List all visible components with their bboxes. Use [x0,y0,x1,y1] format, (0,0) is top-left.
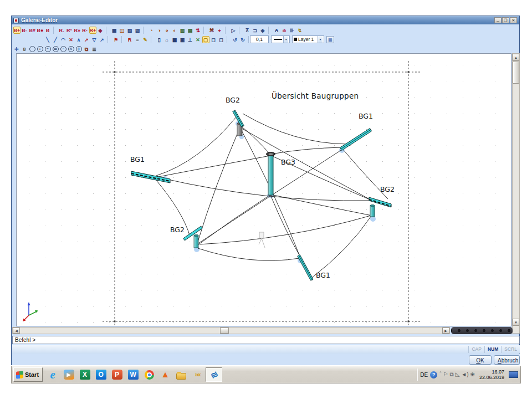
toolbar-icon[interactable]: R+ [89,27,96,34]
taskbar-app-ie[interactable]: e [45,367,60,382]
taskbar-app-word[interactable]: W [125,367,141,382]
start-button[interactable]: Start [13,367,43,382]
toolbar-icon[interactable]: ▣ [179,36,186,43]
toolbar-icon[interactable]: ✎ [142,36,149,43]
horizontal-scrollbar[interactable] [12,327,450,334]
scroll-right-icon[interactable] [442,328,449,334]
toolbar-icon[interactable]: ◻ [210,36,217,43]
toolbar-icon[interactable]: ▢ [202,36,209,43]
toolbar-icon[interactable]: ▯ [156,36,163,43]
taskbar-app-excel[interactable]: X [77,367,93,382]
layer-manager-icon[interactable]: ▦ [326,36,334,43]
layer-combo[interactable]: Layer 1 ▾ [292,35,324,43]
taskbar-app-powerpoint[interactable]: P [109,367,125,382]
tray-flag-icon[interactable]: ⚐ [443,371,448,378]
toolbar-icon[interactable]: ⊪ [289,27,296,34]
toolbar-icon[interactable]: ▯ [76,46,82,52]
toolbar-icon[interactable]: ╲ [44,36,52,43]
taskbar-app-galerie-editor[interactable]: ≋ [206,367,222,382]
toolbar-icon[interactable]: ∙ [60,46,66,52]
toolbar-icon[interactable]: ⊥ [187,36,194,43]
toolbar-icon[interactable]: ◐ [171,27,178,34]
toolbar-icon[interactable]: ◆ [97,27,104,34]
toolbar-icon[interactable]: − [45,46,51,52]
toolbar-icon[interactable]: R. [58,27,65,34]
toolbar-icon[interactable]: ⚑ [112,36,120,43]
toolbar-icon[interactable]: ≡ [134,36,141,43]
toolbar-icon[interactable]: ◑ [156,27,163,34]
toolbar-icon[interactable]: ≣ [91,45,98,53]
toolbar-icon[interactable]: ⌘ [208,27,216,34]
toolbar-icon[interactable]: ▽ [91,36,98,43]
toolbar-icon[interactable]: ✕ [68,36,75,43]
title-bar[interactable]: Galerie-Editor [12,16,519,24]
scroll-up-icon[interactable] [513,54,519,61]
toolbar-icon[interactable]: B# [29,27,36,34]
language-indicator[interactable]: DE [420,372,428,378]
toolbar-icon[interactable]: ◫ [119,27,126,34]
toolbar-icon[interactable]: ⌂ [163,36,171,43]
toolbar-icon[interactable]: B◦ [21,27,28,34]
toolbar-icon[interactable]: A [68,46,74,52]
toolbar-icon[interactable]: ◕ [163,27,171,34]
minimize-button[interactable] [494,17,502,23]
toolbar-icon[interactable]: ⇅ [195,27,202,34]
line-style-combo[interactable]: ▾ [271,35,290,43]
toolbar-icon[interactable]: ▦ [111,27,118,34]
toolbar-icon[interactable]: B+ [13,27,21,34]
toolbar-icon[interactable]: ▤ [187,27,194,34]
toolbar-icon[interactable]: R» [74,27,81,34]
toolbar-icon[interactable]: ▥ [179,27,186,34]
toolbar-icon[interactable]: A [273,27,280,34]
toolbar-icon[interactable]: ▷ [230,27,237,34]
toolbar-icon[interactable]: ◈ [259,27,267,34]
toolbar-icon[interactable]: ⊐ [252,27,259,34]
show-desktop-button[interactable] [509,371,518,378]
tray-device-icon[interactable]: ⧉ [449,371,453,378]
toolbar-icon[interactable]: ⊼ [244,27,251,34]
command-input[interactable] [12,336,520,344]
toolbar-icon[interactable]: ▧ [134,27,141,34]
dock-handle[interactable] [451,327,513,334]
taskbar-app-tools[interactable]: »« [190,367,205,382]
toolbar-icon[interactable]: ⧉ [83,45,90,53]
toolbar-icon[interactable]: ↗ [99,36,106,43]
toolbar-icon[interactable]: ✕ [195,36,202,43]
taskbar-app-files[interactable] [173,367,189,382]
help-icon[interactable] [430,371,437,378]
scroll-down-icon[interactable] [513,319,519,326]
toolbar-icon[interactable]: ◔ [148,27,155,34]
tray-volume-icon[interactable]: ◄) [461,371,468,378]
pen-width-combo[interactable]: 0,1 [250,35,269,43]
tray-app-icon[interactable]: ❀ [470,371,475,378]
toolbar-icon[interactable]: R° [66,27,73,34]
toolbar-icon[interactable]: ⌖ [216,27,223,34]
toolbar-icon[interactable]: + [37,46,43,52]
taskbar-app-outlook[interactable]: O [93,367,109,382]
taskbar-app-chrome[interactable] [141,367,157,382]
toolbar-icon[interactable]: R [126,36,134,43]
toolbar-icon[interactable]: R- [81,27,89,34]
cancel-button[interactable]: Abbruch [494,355,520,365]
toolbar-icon[interactable]: ↯ [296,27,304,34]
scroll-left-icon[interactable] [13,328,20,334]
taskbar-clock[interactable]: 16:07 22.06.2019 [479,369,504,380]
toolbar-icon[interactable]: ▨ [126,27,134,34]
taskbar-app-mediaplayer[interactable]: ▶ [61,367,76,382]
toolbar-icon[interactable]: ↗ [83,36,90,43]
drawing-canvas[interactable]: Übersicht BaugruppenBG2BG1BG1BG3BG2BG2BG… [16,53,511,326]
tray-expand-icon[interactable]: ˆ [439,371,441,378]
toolbar-icon[interactable]: ╱ [52,36,59,43]
taskbar-app-vlc[interactable]: ▲ [157,367,173,382]
toolbar-icon[interactable]: 8 [21,45,28,53]
toolbar-icon[interactable]: ◠ [60,36,67,43]
vertical-scroll-thumb[interactable] [513,62,519,84]
toolbar-icon[interactable]: B● [37,27,44,34]
toolbar-icon[interactable]: ↺ [232,36,239,43]
close-button[interactable] [510,17,517,23]
toolbar-icon[interactable]: ✛ [13,45,21,53]
toolbar-icon[interactable]: ↻ [239,36,247,43]
toolbar-icon[interactable]: ◻ [218,36,225,43]
horizontal-scroll-thumb[interactable] [220,328,229,334]
ok-button[interactable]: OK [469,355,492,365]
